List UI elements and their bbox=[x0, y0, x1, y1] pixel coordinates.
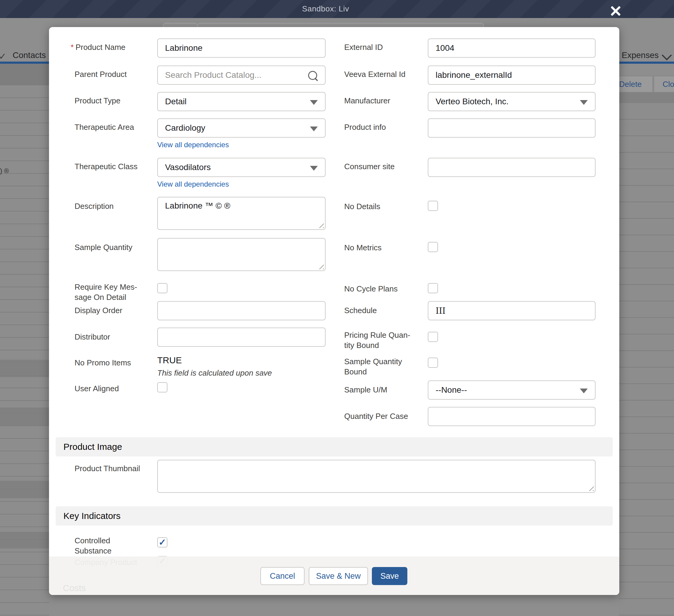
consumer-site-label: Consumer site bbox=[344, 161, 422, 171]
external-id-input[interactable] bbox=[428, 38, 595, 58]
required-asterisk: * bbox=[71, 43, 74, 52]
require-key-message-checkbox[interactable] bbox=[157, 283, 167, 293]
distributor-label: Distributor bbox=[75, 332, 153, 342]
user-aligned-label: User Aligned bbox=[75, 383, 153, 394]
dropdown-arrow-icon bbox=[580, 100, 588, 105]
parent-product-label: Parent Product bbox=[75, 69, 153, 79]
cancel-button[interactable]: Cancel bbox=[260, 567, 305, 585]
external-id-label: External ID bbox=[344, 42, 422, 52]
background-table-rows-right bbox=[619, 103, 674, 616]
top-bar: Sandbox: Liv bbox=[0, 0, 674, 18]
no-metrics-label: No Metrics bbox=[344, 243, 422, 253]
no-promo-items-label: No Promo Items bbox=[75, 358, 153, 368]
manufacturer-label: Manufacturer bbox=[344, 96, 422, 106]
save-and-new-button[interactable]: Save & New bbox=[309, 567, 368, 585]
dropdown-arrow-icon bbox=[310, 100, 318, 105]
modal-footer: Cancel Save & New Save bbox=[49, 557, 619, 595]
chevron-down-icon[interactable] bbox=[662, 50, 672, 60]
background-selected-row bbox=[0, 481, 49, 498]
product-info-label: Product info bbox=[344, 122, 422, 132]
background-row-fragment: ) ® bbox=[0, 167, 9, 175]
no-promo-items-note: This field is calculated upon save bbox=[157, 368, 272, 378]
background-tab-contacts[interactable]: Contacts bbox=[13, 50, 46, 60]
no-details-label: No Details bbox=[344, 201, 422, 212]
clone-button[interactable]: Clo bbox=[654, 76, 674, 93]
schedule-input[interactable] bbox=[428, 301, 595, 320]
dropdown-arrow-icon bbox=[310, 126, 318, 131]
pricing-rule-quantity-bound-label: Pricing Rule Quan- tity Bound bbox=[344, 330, 422, 350]
sample-quantity-label: Sample Quantity bbox=[75, 242, 153, 252]
controlled-substance-label: Controlled Substance bbox=[75, 535, 153, 556]
no-cycle-plans-checkbox[interactable] bbox=[428, 283, 438, 293]
distributor-input[interactable] bbox=[157, 328, 326, 347]
section-product-image: Product Image bbox=[55, 437, 613, 457]
pricing-rule-quantity-bound-checkbox[interactable] bbox=[428, 332, 438, 342]
section-key-indicators: Key Indicators bbox=[55, 506, 613, 525]
schedule-label: Schedule bbox=[344, 305, 422, 316]
therapeutic-class-dependencies-link[interactable]: View all dependencies bbox=[157, 180, 229, 189]
sample-quantity-bound-checkbox[interactable] bbox=[428, 358, 438, 368]
close-icon[interactable] bbox=[608, 4, 623, 18]
quantity-per-case-label: Quantity Per Case bbox=[344, 411, 422, 421]
controlled-substance-checkbox[interactable] bbox=[157, 537, 167, 547]
product-type-select[interactable]: Detail bbox=[157, 92, 326, 111]
product-thumbnail-label: Product Thumbnail bbox=[75, 463, 153, 474]
user-aligned-checkbox[interactable] bbox=[157, 382, 167, 392]
save-button[interactable]: Save bbox=[372, 567, 407, 585]
background-tab-expenses[interactable]: Expenses bbox=[622, 50, 659, 60]
sample-quantity-bound-label: Sample Quantity Bound bbox=[344, 356, 422, 377]
background-table-header bbox=[0, 64, 49, 85]
background-band bbox=[619, 93, 674, 103]
checkmark-icon: ✓ bbox=[0, 51, 6, 61]
therapeutic-area-select[interactable]: Cardiology bbox=[157, 118, 326, 138]
dropdown-arrow-icon bbox=[310, 166, 318, 171]
sample-quantity-textarea[interactable] bbox=[157, 238, 326, 271]
sample-um-select[interactable]: --None-- bbox=[428, 380, 595, 400]
edit-product-modal: *Product Name External ID Parent Product… bbox=[49, 27, 619, 595]
product-name-input[interactable] bbox=[157, 38, 326, 58]
require-key-message-label: Require Key Mes- sage On Detail bbox=[75, 282, 153, 302]
no-details-checkbox[interactable] bbox=[428, 201, 438, 211]
therapeutic-area-dependencies-link[interactable]: View all dependencies bbox=[157, 141, 229, 149]
no-promo-items-value: TRUE bbox=[157, 355, 182, 365]
consumer-site-input[interactable] bbox=[428, 158, 595, 177]
sample-um-label: Sample U/M bbox=[344, 385, 422, 395]
no-cycle-plans-label: No Cycle Plans bbox=[344, 284, 422, 294]
veeva-external-id-input[interactable] bbox=[428, 66, 595, 85]
product-name-label: *Product Name bbox=[71, 42, 149, 52]
product-thumbnail-textarea[interactable] bbox=[157, 460, 595, 493]
product-type-label: Product Type bbox=[75, 96, 153, 106]
dropdown-arrow-icon bbox=[580, 388, 588, 393]
product-info-input[interactable] bbox=[428, 118, 595, 138]
sandbox-banner: Sandbox: Liv bbox=[0, 4, 651, 13]
manufacturer-select[interactable]: Verteo Biotech, Inc. bbox=[428, 92, 595, 111]
description-textarea[interactable]: Labrinone ™ © ® bbox=[157, 197, 326, 230]
veeva-external-id-label: Veeva External Id bbox=[344, 69, 422, 79]
description-label: Description bbox=[75, 201, 153, 211]
display-order-label: Display Order bbox=[75, 305, 153, 316]
therapeutic-area-label: Therapeutic Area bbox=[75, 122, 153, 132]
search-icon[interactable] bbox=[308, 71, 317, 80]
quantity-per-case-input[interactable] bbox=[428, 407, 595, 426]
parent-product-search-input[interactable] bbox=[157, 66, 326, 85]
background-selected-row bbox=[0, 360, 49, 377]
display-order-input[interactable] bbox=[157, 301, 326, 320]
background-selected-row bbox=[0, 532, 49, 548]
background-selected-row bbox=[0, 407, 49, 426]
therapeutic-class-label: Therapeutic Class bbox=[75, 161, 153, 171]
therapeutic-class-select[interactable]: Vasodilators bbox=[157, 158, 326, 177]
no-metrics-checkbox[interactable] bbox=[428, 242, 438, 252]
